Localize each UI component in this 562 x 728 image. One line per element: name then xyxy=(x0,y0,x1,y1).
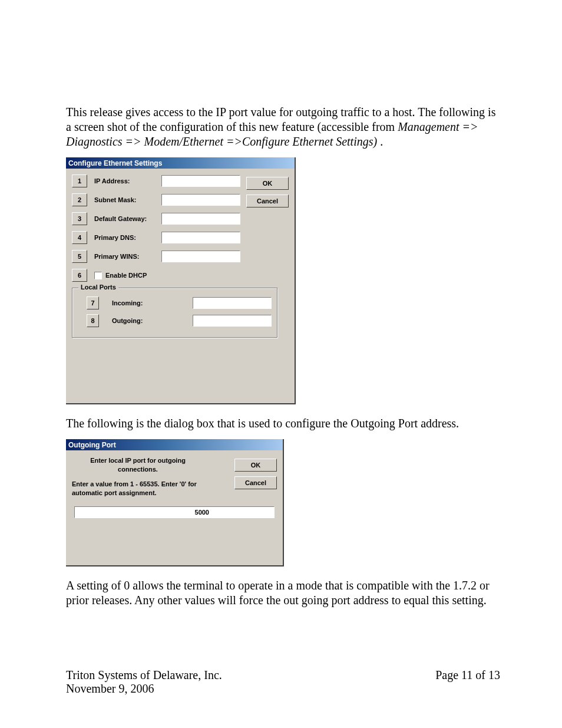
hotkey-2-button[interactable]: 2 xyxy=(72,193,87,206)
configure-ethernet-dialog: Configure Ethernet Settings OK Cancel 1 … xyxy=(66,157,296,404)
op-cancel-button-label: Cancel xyxy=(245,479,266,486)
default-gateway-input[interactable] xyxy=(161,213,240,225)
hotkey-1-label: 1 xyxy=(78,177,81,185)
configure-ethernet-titlebar: Configure Ethernet Settings xyxy=(66,157,295,169)
enable-dhcp-label: Enable DHCP xyxy=(105,272,147,279)
primary-dns-label: Primary DNS: xyxy=(94,234,153,241)
hotkey-1-button[interactable]: 1 xyxy=(72,174,87,187)
subnet-mask-input[interactable] xyxy=(161,194,240,206)
document-page: This release gives access to the IP port… xyxy=(0,0,562,728)
outgoing-port-titlebar: Outgoing Port xyxy=(66,439,283,450)
incoming-port-row: 7 Incoming: xyxy=(87,297,272,309)
hotkey-4-label: 4 xyxy=(78,234,81,241)
outgoing-port-value-input[interactable] xyxy=(74,506,275,518)
primary-wins-input[interactable] xyxy=(161,251,240,262)
page-footer: Triton Systems of Delaware, Inc. Page 11… xyxy=(66,668,500,696)
local-ports-group: Local Ports 7 Incoming: 8 Outgoing: xyxy=(72,288,278,338)
primary-dns-input[interactable] xyxy=(161,232,240,243)
hotkey-3-button[interactable]: 3 xyxy=(72,212,87,225)
ip-address-label: IP Address: xyxy=(94,177,153,185)
hotkey-5-button[interactable]: 5 xyxy=(72,250,87,263)
hotkey-7-label: 7 xyxy=(91,299,94,307)
primary-wins-row: 5 Primary WINS: xyxy=(72,250,289,263)
intro-text-b: . xyxy=(380,135,383,148)
outgoing-port-row: 8 Outgoing: xyxy=(87,314,272,327)
op-ok-button[interactable]: OK xyxy=(234,459,277,472)
middle-paragraph: The following is the dialog box that is … xyxy=(66,416,500,431)
cancel-button-label: Cancel xyxy=(257,197,278,205)
default-gateway-label: Default Gateway: xyxy=(94,215,153,222)
hotkey-6-label: 6 xyxy=(78,272,81,279)
checkbox-icon xyxy=(94,272,102,279)
local-ports-legend: Local Ports xyxy=(78,284,118,291)
outgoing-port-dialog: Outgoing Port OK Cancel Enter local IP p… xyxy=(66,439,284,566)
hotkey-5-label: 5 xyxy=(78,253,81,260)
intro-paragraph: This release gives access to the IP port… xyxy=(66,105,500,149)
hotkey-3-label: 3 xyxy=(78,215,81,222)
hotkey-4-button[interactable]: 4 xyxy=(72,231,87,244)
op-instruction-1: Enter local IP port for outgoing connect… xyxy=(72,456,204,474)
incoming-port-input[interactable] xyxy=(193,297,272,309)
outgoing-port-label: Outgoing: xyxy=(112,317,144,324)
subnet-mask-label: Subnet Mask: xyxy=(94,196,153,203)
outgoing-port-input[interactable] xyxy=(193,315,272,327)
footer-page-number: Page 11 of 13 xyxy=(435,668,500,682)
hotkey-2-label: 2 xyxy=(78,196,81,203)
cancel-button[interactable]: Cancel xyxy=(246,195,289,207)
closing-paragraph: A setting of 0 allows the terminal to op… xyxy=(66,578,500,608)
op-instruction-2: Enter a value from 1 - 65535. Enter '0' … xyxy=(72,480,204,498)
hotkey-7-button[interactable]: 7 xyxy=(87,297,99,309)
hotkey-6-button[interactable]: 6 xyxy=(72,269,87,282)
hotkey-8-label: 8 xyxy=(91,317,94,324)
configure-ethernet-title: Configure Ethernet Settings xyxy=(68,159,162,167)
enable-dhcp-checkbox[interactable]: Enable DHCP xyxy=(94,272,147,279)
incoming-port-label: Incoming: xyxy=(112,299,144,307)
primary-dns-row: 4 Primary DNS: xyxy=(72,231,289,244)
footer-company: Triton Systems of Delaware, Inc. xyxy=(66,668,222,682)
ip-address-input[interactable] xyxy=(161,175,240,187)
op-cancel-button[interactable]: Cancel xyxy=(234,476,277,489)
ok-button-label: OK xyxy=(263,180,273,187)
footer-date: November 9, 2006 xyxy=(66,682,500,696)
primary-wins-label: Primary WINS: xyxy=(94,253,153,260)
default-gateway-row: 3 Default Gateway: xyxy=(72,212,289,225)
enable-dhcp-row: 6 Enable DHCP xyxy=(72,269,289,282)
ok-button[interactable]: OK xyxy=(246,177,289,190)
outgoing-port-title: Outgoing Port xyxy=(68,441,116,449)
hotkey-8-button[interactable]: 8 xyxy=(87,314,99,327)
op-ok-button-label: OK xyxy=(251,462,261,469)
